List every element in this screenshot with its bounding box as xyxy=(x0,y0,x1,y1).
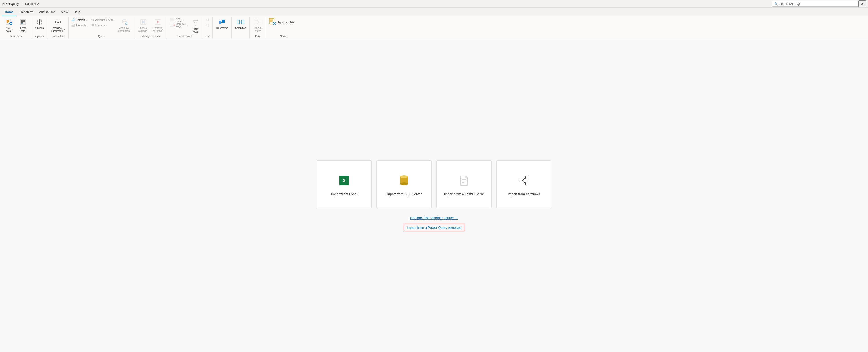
map-to-entity-icon: CDM xyxy=(254,18,261,26)
excel-icon: X xyxy=(339,176,349,185)
sql-cylinder-icon xyxy=(400,174,408,187)
ribbon-group-options: Options Options xyxy=(31,17,48,38)
import-excel-card[interactable]: X Import from Excel xyxy=(317,160,372,208)
import-cards-grid: X Import from Excel Import from SQL Serv… xyxy=(317,160,551,208)
import-textcsv-card[interactable]: Import from a Text/CSV file xyxy=(436,160,492,208)
file-icon xyxy=(460,175,468,186)
svg-rect-37 xyxy=(142,21,144,23)
options-label: Options xyxy=(35,26,43,29)
svg-line-67 xyxy=(257,22,259,24)
title-bar-left: Power Query | Dataflow 2 xyxy=(2,2,772,5)
properties-label: Properties xyxy=(76,24,88,27)
ribbon-group-reduce-rows-items: Keeprows ▾ Removerows ▾ xyxy=(168,17,201,34)
add-data-destination-button: Add data destination ▾ xyxy=(116,17,133,34)
add-data-destination-label: Add data destination ▾ xyxy=(118,26,131,33)
transform-icon xyxy=(218,18,226,26)
transform-label: Transform ▾ xyxy=(216,26,228,29)
export-template-button[interactable]: Export template xyxy=(268,17,299,27)
excel-card-icon: X xyxy=(339,173,349,188)
svg-marker-51 xyxy=(193,20,198,26)
keep-rows-icon xyxy=(170,18,175,22)
ribbon-group-parameters: P x Manage parameters ▾ Parameters xyxy=(48,17,68,38)
sort-group-label: Sort xyxy=(204,34,211,38)
transform-group-label xyxy=(214,37,230,38)
export-template-label: Export template xyxy=(277,21,294,24)
dataflows-card-icon xyxy=(518,173,529,188)
ribbon-group-query: Refresh ▾ Properties xyxy=(68,17,135,38)
import-dataflows-card[interactable]: Import from dataflows xyxy=(496,160,551,208)
new-query-label: New query xyxy=(2,34,30,38)
svg-point-80 xyxy=(400,175,408,178)
ribbon-group-sort: A Z A Z xyxy=(203,17,213,38)
parameters-group-label: Parameters xyxy=(50,34,67,38)
map-to-entity-button: CDM Map to entity xyxy=(251,17,265,34)
refresh-button[interactable]: Refresh ▾ xyxy=(70,17,89,23)
ribbon-group-items: Get data ▾ Enter data xyxy=(2,17,30,34)
ribbon-group-transform: Transform ▾ xyxy=(213,17,232,38)
import-sql-card[interactable]: Import from SQL Server xyxy=(376,160,432,208)
svg-text:x: x xyxy=(58,21,59,24)
query-right-col: Advanced editor Manage ▾ xyxy=(90,17,116,28)
get-data-another-link[interactable]: Get data from another source → xyxy=(410,216,458,220)
import-template-link[interactable]: Import from a Power Query template xyxy=(404,224,464,231)
svg-text:CDM: CDM xyxy=(255,20,258,22)
svg-rect-61 xyxy=(242,20,244,24)
query-group-label: Query xyxy=(70,34,133,38)
sort-desc-icon: A Z xyxy=(206,24,210,27)
ribbon-tabs: Home Transform Add column View Help xyxy=(0,8,868,16)
refresh-label: Refresh xyxy=(76,19,85,21)
manage-parameters-label: Manage parameters ▾ xyxy=(51,26,65,33)
choose-columns-button: Choose columns ▾ xyxy=(136,17,151,34)
enter-data-button[interactable]: Enter data xyxy=(16,17,30,34)
combine-button[interactable]: Combine ▾ xyxy=(233,17,248,30)
filter-rows-button[interactable]: Filterrows xyxy=(190,17,201,34)
svg-rect-60 xyxy=(237,20,240,24)
map-to-entity-label: Map to entity xyxy=(254,26,262,33)
dataflows-card-label: Import from dataflows xyxy=(508,192,540,196)
manage-icon xyxy=(91,24,94,27)
enter-data-icon xyxy=(20,18,26,26)
query-left-col: Refresh ▾ Properties xyxy=(70,17,89,28)
svg-line-88 xyxy=(522,181,526,183)
svg-line-26 xyxy=(93,19,93,21)
tab-view[interactable]: View xyxy=(59,8,71,16)
manage-label: Manage xyxy=(95,24,105,27)
ribbon-group-reduce-rows: Keeprows ▾ Removerows ▾ xyxy=(167,17,203,38)
remove-rows-button: Removerows ▾ xyxy=(168,23,189,28)
tab-add-column[interactable]: Add column xyxy=(36,8,59,16)
svg-rect-84 xyxy=(519,179,522,182)
advanced-editor-label: Advanced editor xyxy=(95,19,115,21)
svg-rect-1 xyxy=(7,20,9,21)
reduce-rows-group-label: Reduce rows xyxy=(168,34,201,38)
tab-transform[interactable]: Transform xyxy=(16,8,36,16)
excel-card-label: Import from Excel xyxy=(331,192,357,196)
keep-rows-button: Keeprows ▾ xyxy=(168,17,189,23)
search-bar[interactable]: 🔍 xyxy=(772,1,859,7)
svg-rect-2 xyxy=(7,21,9,22)
options-button[interactable]: Options xyxy=(33,17,46,30)
svg-rect-59 xyxy=(222,20,224,23)
manage-parameters-button[interactable]: P x Manage parameters ▾ xyxy=(50,17,67,34)
enter-data-label: Enter data xyxy=(20,26,26,33)
remove-columns-icon xyxy=(155,18,161,26)
remove-columns-label: Remove columns ▾ xyxy=(153,26,163,33)
svg-point-89 xyxy=(522,180,523,181)
file-name: Dataflow 2 xyxy=(25,2,39,5)
get-data-label: Get data ▾ xyxy=(6,26,12,33)
sql-card-icon xyxy=(400,173,408,188)
tab-home[interactable]: Home xyxy=(2,8,16,16)
tab-help[interactable]: Help xyxy=(71,8,83,16)
ribbon-toolbar: Get data ▾ Enter data xyxy=(0,16,868,39)
ribbon-group-combine-items: Combine ▾ xyxy=(233,17,248,37)
transform-button[interactable]: Transform ▾ xyxy=(214,17,230,30)
remove-rows-label: Removerows xyxy=(176,23,186,28)
search-input[interactable] xyxy=(779,2,856,5)
svg-rect-7 xyxy=(20,20,26,25)
options-icon xyxy=(36,18,43,26)
ribbon-group-share-items: Export template xyxy=(268,17,299,34)
sort-asc-icon: A Z xyxy=(206,18,210,22)
svg-rect-65 xyxy=(259,21,261,23)
get-data-button[interactable]: Get data ▾ xyxy=(2,17,16,34)
close-button[interactable]: ✕ xyxy=(859,0,866,7)
ribbon-group-cdm-items: CDM Map to entity xyxy=(251,17,265,34)
